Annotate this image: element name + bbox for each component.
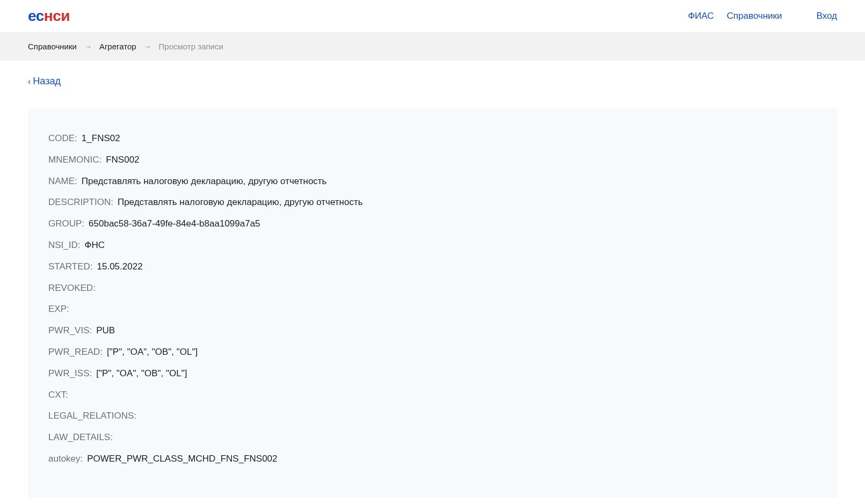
logo-text-blue: ес	[28, 8, 44, 25]
field-value: FNS002	[106, 154, 139, 166]
field-label: CXT:	[48, 389, 68, 401]
field-value: POWER_PWR_CLASS_MCHD_FNS_FNS002	[87, 452, 277, 465]
field-label: NAME:	[48, 175, 77, 188]
breadcrumb-directories[interactable]: Справочники	[28, 42, 77, 51]
field-row: STARTED:15.05.2022	[48, 260, 817, 273]
field-row: CODE:1_FNS02	[48, 132, 817, 145]
field-label: autokey:	[48, 452, 83, 465]
nav-links: ФИАС Справочники Вход	[688, 11, 837, 21]
field-label: DESCRIPTION:	[48, 196, 113, 209]
field-label: LEGAL_RELATIONS:	[48, 410, 136, 422]
field-value: 15.05.2022	[97, 260, 143, 273]
field-row: NAME:Представлять налоговую декларацию, …	[48, 175, 817, 188]
record-panel: CODE:1_FNS02MNEMONIC:FNS002NAME:Представ…	[28, 108, 837, 498]
field-label: PWR_READ:	[48, 346, 103, 359]
logo-text-red: нси	[44, 8, 70, 25]
header: еснси ФИАС Справочники Вход	[0, 0, 865, 32]
field-label: MNEMONIC:	[48, 154, 101, 166]
breadcrumb-aggregator[interactable]: Агрегатор	[99, 42, 136, 51]
breadcrumb: Справочники → Агрегатор → Просмотр запис…	[0, 32, 865, 61]
field-label: GROUP:	[48, 217, 84, 230]
field-label: NSI_ID:	[48, 239, 81, 252]
field-value: ФНС	[85, 239, 105, 252]
field-value: Представлять налоговую декларацию, другу…	[82, 175, 327, 188]
field-row: GROUP:650bac58-36a7-49fe-84e4-b8aa1099a7…	[48, 217, 817, 230]
field-label: CODE:	[48, 132, 77, 145]
field-value: PUB	[96, 324, 115, 337]
field-row: MNEMONIC:FNS002	[48, 154, 817, 166]
field-row: REVOKED:	[48, 282, 817, 295]
back-label: Назад	[33, 76, 61, 87]
field-row: LAW_DETAILS:	[48, 431, 817, 444]
nav-login[interactable]: Вход	[817, 11, 837, 21]
field-row: DESCRIPTION:Представлять налоговую декла…	[48, 196, 817, 209]
field-label: STARTED:	[48, 260, 93, 273]
field-row: CXT:	[48, 389, 817, 401]
field-value: 1_FNS02	[82, 132, 120, 145]
chevron-left-icon: ‹	[28, 77, 31, 86]
nav-fias[interactable]: ФИАС	[688, 11, 714, 21]
field-row: autokey:POWER_PWR_CLASS_MCHD_FNS_FNS002	[48, 452, 817, 465]
logo[interactable]: еснси	[28, 8, 70, 25]
field-row: LEGAL_RELATIONS:	[48, 410, 817, 422]
field-row: EXP:	[48, 303, 817, 316]
field-row: PWR_ISS:["P", "OA", "OB", "OL"]	[48, 367, 817, 380]
field-value: ["P", "OA", "OB", "OL"]	[96, 367, 187, 380]
field-label: PWR_VIS:	[48, 324, 92, 337]
field-label: EXP:	[48, 303, 69, 316]
field-label: LAW_DETAILS:	[48, 431, 113, 444]
field-value: Представлять налоговую декларацию, другу…	[118, 196, 363, 209]
field-value: ["P", "OA", "OB", "OL"]	[107, 346, 198, 359]
field-row: NSI_ID:ФНС	[48, 239, 817, 252]
breadcrumb-current: Просмотр записи	[159, 42, 223, 51]
nav-directories[interactable]: Справочники	[727, 11, 782, 21]
content: ‹ Назад CODE:1_FNS02MNEMONIC:FNS002NAME:…	[0, 61, 865, 504]
field-label: PWR_ISS:	[48, 367, 92, 380]
chevron-right-icon: →	[84, 42, 92, 51]
field-row: PWR_READ:["P", "OA", "OB", "OL"]	[48, 346, 817, 359]
field-row: PWR_VIS:PUB	[48, 324, 817, 337]
field-value: 650bac58-36a7-49fe-84e4-b8aa1099a7a5	[89, 217, 260, 230]
chevron-right-icon: →	[144, 42, 151, 51]
field-label: REVOKED:	[48, 282, 96, 295]
back-button[interactable]: ‹ Назад	[28, 76, 61, 87]
